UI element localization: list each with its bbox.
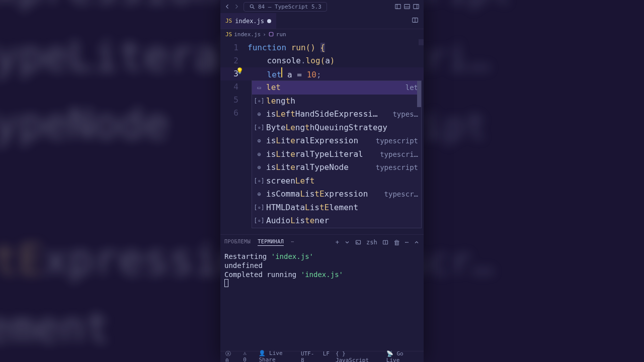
status-encoding[interactable]: UTF-8: [301, 350, 317, 363]
svg-rect-9: [269, 32, 273, 36]
status-eol[interactable]: LF: [323, 350, 330, 363]
lightbulb-icon[interactable]: 💡: [236, 67, 244, 74]
function-icon: ⊕: [255, 137, 263, 145]
tab-index-js[interactable]: JS index.js: [220, 13, 276, 29]
suggest-item[interactable]: [∘]HTMLDataListElement: [252, 201, 421, 215]
function-icon: ⊕: [255, 190, 263, 198]
suggest-item-detail: typescript: [373, 134, 418, 147]
tab-more-icon[interactable]: ⋯: [291, 239, 294, 246]
terminal-output[interactable]: Restarting 'index.js'undefinedCompleted …: [220, 250, 424, 351]
suggest-item-detail: typescr…: [381, 188, 418, 201]
function-icon: ⊕: [255, 163, 263, 171]
tab-problems[interactable]: ПРОБЛЕМЫ: [224, 239, 251, 246]
svg-point-0: [250, 5, 253, 8]
kill-terminal-icon[interactable]: 🗑: [393, 239, 400, 246]
tab-filename: index.js: [235, 18, 264, 25]
status-warnings[interactable]: ⚠ 0: [243, 350, 253, 363]
minimap[interactable]: [419, 39, 424, 45]
layout-sidebar-right-icon[interactable]: [413, 3, 420, 10]
nav-forward-icon[interactable]: [233, 4, 239, 10]
suggest-item-label: AudioListener: [266, 214, 418, 227]
bottom-panel: ПРОБЛЕМЫ ТЕРМИНАЛ ⋯ + zsh 🗑 ⋯ Restarting…: [220, 234, 424, 351]
suggest-item[interactable]: ⊕isLiteralTypeNodetypescript: [252, 161, 421, 174]
suggest-item-label: isLeftHandSideExpressi…: [266, 108, 389, 121]
layout-panel-icon[interactable]: [404, 3, 411, 10]
nav-back-icon[interactable]: [224, 4, 230, 10]
layout-sidebar-left-icon[interactable]: [394, 3, 401, 10]
suggest-item[interactable]: ⊕isLiteralTypeLiteraltypescri…: [252, 148, 421, 161]
panel-more-icon[interactable]: ⋯: [405, 239, 409, 246]
function-icon: ⊕: [255, 150, 263, 158]
keyword-icon: ▭: [255, 83, 263, 92]
status-bar: ⓧ 0 ⚠ 0 👤 Live Share UTF-8 LF { } JavaSc…: [220, 351, 424, 362]
status-live-share[interactable]: 👤 Live Share: [259, 350, 300, 363]
suggest-scrollbar[interactable]: [417, 81, 421, 107]
svg-rect-3: [405, 5, 410, 9]
suggest-item-label: isCommaListExpression: [266, 188, 381, 201]
suggest-widget[interactable]: ▭letlet[∘]length⊕isLeftHandSideExpressi……: [252, 80, 422, 228]
suggest-item-detail: let: [403, 81, 418, 94]
suggest-item-label: screenLeft: [266, 174, 418, 188]
suggest-item[interactable]: [∘]screenLeft: [252, 174, 421, 188]
tab-dirty-dot-icon: [267, 19, 271, 23]
variable-icon: [∘]: [255, 217, 263, 225]
search-icon: [249, 4, 255, 10]
breadcrumb-symbol: run: [276, 31, 286, 38]
suggest-item-label: isLiteralTypeLiteral: [266, 148, 377, 161]
panel-close-icon[interactable]: [414, 239, 420, 245]
variable-icon: [∘]: [255, 97, 263, 105]
status-language[interactable]: { } JavaScript: [336, 350, 380, 363]
split-editor-icon[interactable]: [412, 17, 419, 24]
suggest-item[interactable]: ⊕isLeftHandSideExpressi…types…: [252, 108, 421, 121]
suggest-item-detail: types…: [389, 108, 418, 121]
chevron-down-icon[interactable]: [344, 239, 350, 245]
suggest-item-detail: typescript: [373, 161, 418, 174]
suggest-item-detail: typescri…: [377, 148, 418, 161]
status-go-live[interactable]: 📡 Go Live: [386, 350, 419, 363]
terminal-profile-icon[interactable]: [355, 239, 361, 245]
suggest-item-label: isLiteralExpression: [266, 134, 373, 147]
suggest-item-label: HTMLDataListElement: [266, 201, 418, 214]
suggest-item-label: let: [266, 81, 403, 94]
suggest-item-label: ByteLengthQueuingStrategy: [266, 121, 418, 134]
tab-bar: JS index.js: [220, 13, 424, 29]
titlebar: 84 – TypeScript 5.3: [220, 0, 424, 13]
suggest-item[interactable]: ⊕isCommaListExpressiontypescr…: [252, 188, 421, 201]
variable-icon: [∘]: [255, 204, 263, 212]
project-title: 84 – TypeScript 5.3: [258, 4, 321, 10]
status-errors[interactable]: ⓧ 0: [225, 350, 237, 363]
breadcrumb[interactable]: JS index.js › run: [220, 29, 424, 39]
suggest-item[interactable]: ▭letlet: [252, 81, 421, 95]
command-center[interactable]: 84 – TypeScript 5.3: [244, 2, 327, 12]
svg-rect-1: [395, 5, 401, 9]
variable-icon: [∘]: [255, 124, 263, 132]
suggest-item[interactable]: [∘]AudioListener: [252, 214, 421, 228]
vscode-editor-window: 84 – TypeScript 5.3 JS index.js JS index…: [220, 0, 424, 362]
svg-rect-5: [414, 5, 419, 9]
variable-icon: [∘]: [255, 177, 263, 185]
new-terminal-icon[interactable]: +: [336, 239, 339, 246]
tab-terminal[interactable]: ТЕРМИНАЛ: [258, 239, 284, 246]
method-icon: [268, 31, 274, 37]
function-icon: ⊕: [255, 110, 263, 118]
suggest-item[interactable]: ⊕isLiteralExpressiontypescript: [252, 134, 421, 148]
js-file-icon: JS: [225, 31, 232, 38]
suggest-item[interactable]: [∘]length: [252, 95, 421, 108]
terminal-shell-name[interactable]: zsh: [366, 239, 377, 246]
breadcrumb-file: index.js: [234, 31, 261, 38]
code-editor[interactable]: 123456 function run() { console.log(a) l…: [220, 39, 424, 234]
split-terminal-icon[interactable]: [382, 239, 388, 245]
js-file-icon: JS: [225, 18, 232, 24]
suggest-item-label: length: [266, 95, 418, 108]
suggest-item[interactable]: [∘]ByteLengthQueuingStrategy: [252, 121, 421, 135]
chevron-right-icon: ›: [263, 31, 266, 38]
suggest-item-label: isLiteralTypeNode: [266, 161, 373, 174]
